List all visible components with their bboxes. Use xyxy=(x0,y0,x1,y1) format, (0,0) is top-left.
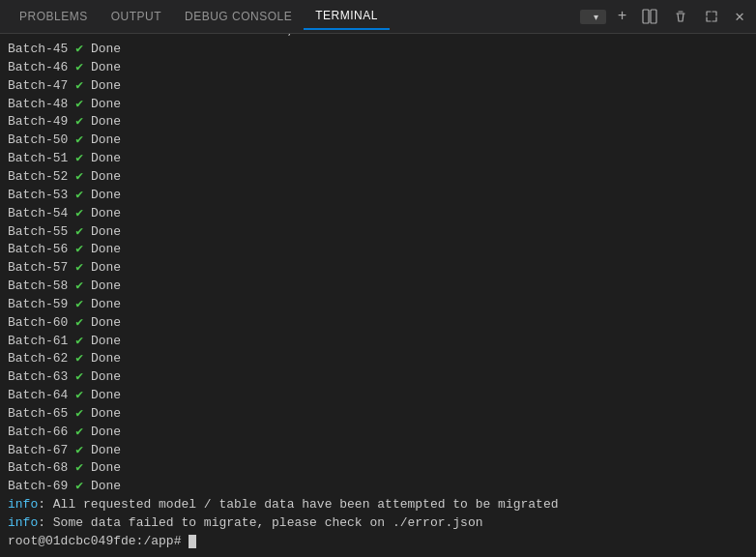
list-item: info: Some data failed to migrate, pleas… xyxy=(8,514,748,533)
list-item: Batch-59 ✔ Done xyxy=(8,296,748,314)
list-item: Batch-62 ✔ Done xyxy=(8,350,748,368)
chevron-down-icon: ▾ xyxy=(594,12,598,22)
kill-terminal-icon[interactable] xyxy=(669,6,692,27)
list-item: Batch-57 ✔ Done xyxy=(8,259,748,278)
terminal-dropdown[interactable]: ▾ xyxy=(580,10,606,24)
list-item: Batch-45 ✔ Done xyxy=(8,41,748,59)
list-item: Batch-55 ✔ Done xyxy=(8,223,748,242)
list-item: Batch-44 ✔ Processed 1 of 1 resources, w… xyxy=(8,34,748,41)
list-item: Batch-64 ✔ Done xyxy=(8,387,748,405)
list-item: Batch-47 ✔ Done xyxy=(8,77,748,96)
list-item: Batch-46 ✔ Done xyxy=(8,59,748,77)
list-item: Batch-56 ✔ Done xyxy=(8,241,748,259)
list-item: Batch-52 ✔ Done xyxy=(8,168,748,187)
tab-output[interactable]: OUTPUT xyxy=(100,4,173,29)
svg-rect-1 xyxy=(651,10,656,23)
list-item: Batch-60 ✔ Done xyxy=(8,314,748,333)
tab-debug-console[interactable]: DEBUG CONSOLE xyxy=(173,4,304,29)
list-item: Batch-66 ✔ Done xyxy=(8,424,748,442)
tab-terminal[interactable]: TERMINAL xyxy=(304,3,390,30)
list-item: Batch-49 ✔ Done xyxy=(8,113,748,132)
list-item: info: All requested model / table data h… xyxy=(8,496,748,514)
list-item: Batch-48 ✔ Done xyxy=(8,96,748,114)
list-item: Batch-61 ✔ Done xyxy=(8,333,748,351)
close-icon[interactable]: ✕ xyxy=(731,5,748,28)
list-item: Batch-63 ✔ Done xyxy=(8,368,748,387)
tab-bar: PROBLEMS OUTPUT DEBUG CONSOLE TERMINAL ▾… xyxy=(0,0,756,34)
list-item: Batch-58 ✔ Done xyxy=(8,278,748,296)
list-item: Batch-54 ✔ Done xyxy=(8,205,748,223)
list-item: Batch-50 ✔ Done xyxy=(8,132,748,150)
terminal: Batch-39 ✔ DoneBatch-40 ✔ DoneBatch-41 ✔… xyxy=(0,34,756,557)
split-terminal-icon[interactable] xyxy=(638,6,661,27)
cursor-icon xyxy=(189,535,196,548)
add-terminal-icon[interactable]: + xyxy=(614,6,631,27)
maximize-icon[interactable] xyxy=(700,6,723,27)
list-item: Batch-53 ✔ Done xyxy=(8,187,748,205)
list-item: Batch-69 ✔ Done xyxy=(8,478,748,496)
list-item: Batch-67 ✔ Done xyxy=(8,442,748,460)
terminal-prompt[interactable]: root@01dcbc049fde:/app# xyxy=(8,533,748,551)
list-item: Batch-65 ✔ Done xyxy=(8,405,748,424)
list-item: Batch-51 ✔ Done xyxy=(8,150,748,168)
tab-problems[interactable]: PROBLEMS xyxy=(8,4,100,29)
svg-rect-0 xyxy=(643,10,649,23)
list-item: Batch-68 ✔ Done xyxy=(8,459,748,478)
